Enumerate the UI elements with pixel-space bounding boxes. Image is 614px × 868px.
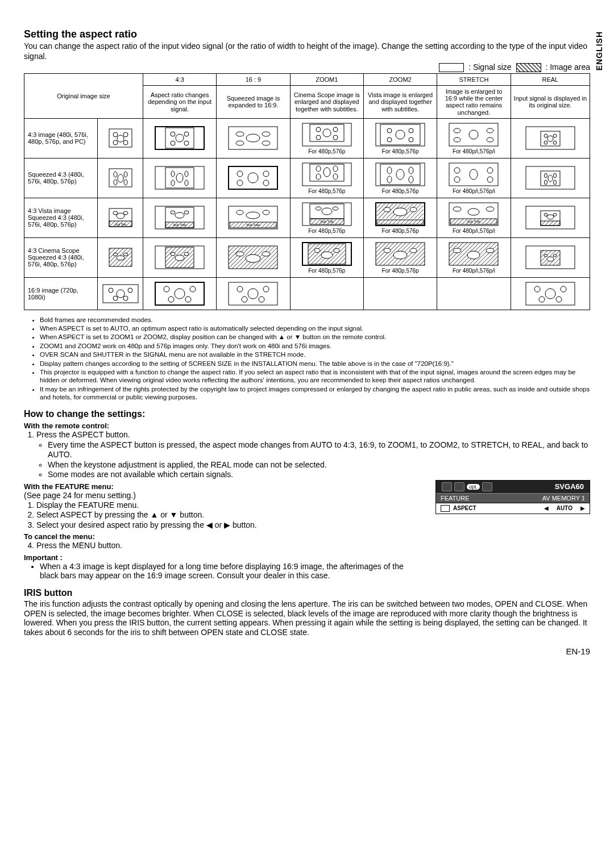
hdr-col-2: ZOOM1	[290, 74, 363, 86]
svg-rect-7	[165, 128, 194, 148]
svg-point-34	[454, 128, 460, 133]
row0-c0	[143, 118, 216, 158]
legend-row: : Signal size : Image area	[24, 62, 590, 72]
svg-point-74	[387, 167, 392, 174]
legend-swatch-area	[516, 63, 541, 72]
svg-point-18	[246, 134, 260, 142]
svg-point-1	[113, 132, 118, 137]
row2-c4: Sub Title For 480p/i,576p/i	[437, 198, 511, 237]
row3-c3-cap: For 480p,576p	[367, 268, 433, 274]
svg-point-164	[544, 254, 547, 257]
svg-point-25	[323, 129, 331, 137]
svg-point-110	[246, 212, 260, 219]
row1-c3: For 480p,576p	[363, 158, 437, 198]
svg-rect-86	[541, 171, 560, 186]
menu-icon-1	[442, 482, 452, 491]
svg-point-43	[544, 141, 547, 144]
row2-c2: Sub Title For 480p,576p	[290, 198, 363, 237]
feature-menu-panel: opt. SVGA60 FEATURE AV MEMORY 1 ASPECT ◀…	[435, 480, 590, 514]
svg-point-2	[123, 132, 128, 137]
svg-point-138	[123, 253, 128, 256]
svg-point-80	[454, 168, 460, 173]
svg-point-21	[316, 127, 321, 132]
svg-point-28	[387, 128, 392, 133]
row1-c2-cap: For 480p,576p	[294, 188, 360, 194]
svg-point-165	[553, 254, 557, 257]
svg-rect-132	[541, 221, 560, 226]
svg-rect-20	[310, 124, 344, 141]
row0-c3-cap: For 480p,576p	[367, 148, 433, 155]
svg-point-104	[175, 212, 184, 218]
svg-point-42	[553, 134, 557, 137]
svg-rect-72	[376, 163, 425, 186]
svg-point-151	[314, 248, 320, 252]
row0-c4-cap: For 480p/i,576p/i	[441, 148, 507, 155]
svg-point-12	[176, 134, 184, 142]
svg-point-76	[387, 176, 392, 183]
svg-point-91	[548, 175, 553, 182]
svg-point-63	[263, 180, 269, 186]
row1-c4: For 480p/i,576p/i	[437, 158, 511, 198]
svg-point-78	[396, 169, 404, 180]
feature-note: (See page 24 for menu setting.)	[24, 491, 422, 500]
svg-point-14	[236, 132, 244, 136]
svg-point-137	[113, 253, 118, 256]
feature-header: With the FEATURE menu:	[24, 482, 422, 491]
svg-point-180	[237, 286, 243, 292]
row-label-1: Squeezed 4:3 (480i, 576i, 480p, 576p)	[24, 158, 98, 198]
remote-header: With the remote control:	[24, 422, 590, 430]
remote-steps: Press the ASPECT button. Every time the …	[24, 430, 590, 480]
svg-point-35	[487, 128, 493, 133]
svg-point-189	[556, 297, 562, 302]
section-heading-aspect: Setting the aspect ratio	[24, 28, 590, 40]
iris-paragraph: The iris function adjusts the contrast o…	[24, 599, 590, 637]
svg-point-159	[453, 248, 461, 253]
row1-orig	[98, 158, 143, 198]
svg-point-116	[333, 207, 338, 210]
svg-point-181	[263, 286, 269, 292]
svg-point-144	[175, 255, 184, 261]
section-heading-iris: IRIS button	[24, 588, 590, 598]
desc-col-0: Aspect ratio changes depending on the in…	[143, 86, 216, 118]
svg-point-68	[333, 166, 338, 172]
menu-icon-2	[454, 482, 464, 491]
svg-point-41	[544, 134, 547, 137]
svg-point-102	[171, 211, 175, 214]
svg-text:Sub Title: Sub Title	[247, 223, 260, 227]
row2-c4-cap: For 480p/i,576p/i	[441, 228, 507, 234]
note-4: OVER SCAN and SHUTTER in the SIGNAL menu…	[40, 350, 590, 358]
svg-rect-167	[103, 285, 138, 303]
row0-c1	[217, 118, 290, 158]
svg-point-175	[190, 286, 196, 292]
svg-point-30	[387, 137, 392, 142]
remote-step-1: Press the ASPECT button. Every time the …	[36, 430, 590, 480]
svg-point-160	[486, 248, 494, 253]
svg-point-69	[316, 174, 321, 180]
svg-point-174	[164, 286, 169, 292]
svg-point-60	[237, 171, 243, 177]
svg-point-186	[534, 286, 540, 292]
row3-c2: For 480p,576p	[290, 237, 363, 277]
svg-point-133	[544, 214, 547, 216]
row4-c0	[143, 277, 216, 310]
desc-col-5: Input signal is displayed in its origina…	[511, 86, 590, 118]
remote-sub-1: When the keystone adjustment is applied,…	[48, 460, 590, 470]
row4-orig	[98, 277, 143, 310]
note-3: ZOOM1 and ZOOM2 work on 480p and 576p im…	[40, 342, 590, 350]
row-label-3: 4:3 Cinema Scope Squeezed 4:3 (480i, 576…	[24, 237, 98, 277]
note-7: It may be an infringement of the rights …	[40, 385, 590, 402]
row0-orig	[98, 118, 143, 158]
svg-point-143	[184, 252, 189, 256]
svg-point-81	[487, 168, 493, 173]
feature-step-1: Display the FEATURE menu.	[36, 500, 422, 511]
svg-point-87	[544, 173, 547, 178]
menu-auto-label: AUTO	[557, 505, 572, 511]
svg-point-5	[117, 135, 124, 142]
note-2: When ASPECT is set to ZOOM1 or ZOOM2, di…	[40, 333, 590, 341]
row1-c2: For 480p,576p	[290, 158, 363, 198]
legend-label-signal: : Signal size	[468, 62, 511, 72]
svg-point-8	[171, 132, 175, 136]
svg-point-147	[262, 252, 270, 256]
svg-point-176	[168, 297, 174, 302]
svg-point-37	[487, 137, 493, 142]
